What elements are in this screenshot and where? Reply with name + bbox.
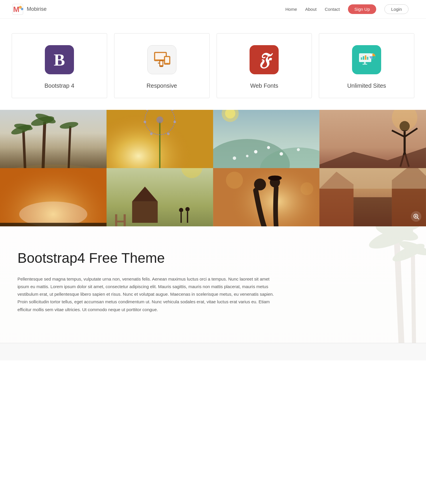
svg-line-94 — [417, 218, 419, 219]
photo-bg-8 — [319, 168, 426, 226]
svg-point-42 — [167, 133, 169, 135]
svg-rect-10 — [165, 57, 169, 63]
svg-line-26 — [23, 131, 25, 168]
svg-point-51 — [280, 152, 283, 156]
photo-cell-4 — [319, 110, 426, 168]
svg-rect-20 — [367, 57, 368, 60]
photo-cell-7 — [213, 168, 320, 226]
bootstrap-icon: B — [54, 50, 65, 70]
features-section: B Bootstrap 4 — [0, 19, 426, 110]
background-palm-svg — [339, 226, 426, 343]
photo-grid — [0, 110, 426, 226]
svg-point-52 — [246, 155, 248, 157]
photo-cell-5 — [0, 168, 107, 226]
responsive-devices-icon — [151, 51, 172, 68]
fonts-icon-wrap: 𝔉 — [250, 45, 279, 74]
svg-point-41 — [173, 121, 176, 123]
svg-point-38 — [156, 116, 163, 123]
text-section: Bootstrap4 Free Theme Pellentesque sed m… — [0, 226, 426, 343]
svg-rect-75 — [115, 221, 126, 222]
signup-button[interactable]: Sign Up — [348, 4, 376, 14]
svg-point-43 — [150, 133, 153, 135]
svg-rect-18 — [363, 56, 364, 60]
feature-card-bootstrap: B Bootstrap 4 — [12, 33, 107, 98]
feature-title-bootstrap: Bootstrap 4 — [45, 82, 74, 89]
svg-point-11 — [167, 64, 167, 64]
svg-point-103 — [398, 238, 426, 258]
svg-point-100 — [379, 226, 421, 234]
zoom-icon[interactable] — [411, 211, 421, 222]
svg-rect-21 — [364, 62, 366, 64]
nav-links: Home About Contact Sign Up Login — [285, 4, 409, 14]
zoom-in-icon — [413, 213, 419, 220]
photo-bg-3 — [213, 110, 320, 168]
logo-link[interactable]: M Mobirise — [12, 3, 47, 15]
login-button[interactable]: Login — [384, 4, 409, 14]
text-section-heading: Bootstrap4 Free Theme — [17, 250, 285, 267]
svg-rect-13 — [160, 61, 162, 65]
photo-cell-6 — [107, 168, 213, 226]
photo-cell-1 — [0, 110, 107, 168]
svg-point-86 — [226, 172, 243, 189]
svg-rect-73 — [115, 214, 117, 226]
responsive-icon-wrap — [147, 45, 176, 74]
logo-text: Mobirise — [27, 6, 47, 12]
svg-rect-22 — [363, 64, 367, 65]
svg-point-68 — [19, 202, 87, 226]
svg-point-98 — [367, 226, 415, 253]
feature-card-responsive: Responsive — [114, 33, 210, 98]
fonts-letter-icon: 𝔉 — [258, 50, 270, 70]
photo-cell-2 — [107, 110, 213, 168]
svg-point-85 — [268, 175, 282, 181]
photo-cell-8 — [319, 168, 426, 226]
svg-text:M: M — [13, 5, 20, 14]
svg-rect-74 — [123, 214, 125, 226]
svg-point-4 — [21, 8, 23, 10]
navbar: M Mobirise Home About Contact Sign Up Lo… — [0, 0, 426, 19]
unlimited-icon-wrap — [352, 45, 381, 74]
svg-point-102 — [390, 240, 426, 265]
svg-line-101 — [413, 255, 414, 343]
text-section-body: Pellentesque sed magna tempus, vulputate… — [17, 275, 280, 313]
svg-point-76 — [179, 208, 183, 212]
svg-point-44 — [144, 121, 146, 123]
photo-bg-7 — [213, 168, 320, 226]
unlimited-sites-icon — [357, 50, 376, 69]
nav-about[interactable]: About — [305, 7, 317, 12]
svg-point-54 — [297, 148, 300, 151]
svg-rect-91 — [353, 197, 392, 226]
svg-point-14 — [161, 66, 162, 67]
svg-point-77 — [185, 207, 190, 212]
svg-point-53 — [233, 156, 236, 160]
feature-title-unlimited: Unlimited Sites — [347, 82, 386, 89]
nav-home[interactable]: Home — [285, 7, 297, 12]
photo-bg-1 — [0, 110, 107, 168]
svg-rect-17 — [361, 57, 362, 60]
photo-bg-4 — [319, 110, 426, 168]
svg-point-49 — [254, 150, 257, 154]
bootstrap-icon-wrap: B — [45, 45, 74, 74]
feature-title-responsive: Responsive — [146, 82, 177, 89]
svg-rect-92 — [319, 168, 426, 189]
bottom-bar — [0, 343, 426, 360]
feature-card-unlimited: Unlimited Sites — [319, 33, 414, 98]
photo-bg-2 — [107, 110, 213, 168]
svg-line-97 — [397, 241, 403, 343]
svg-point-99 — [374, 226, 420, 244]
svg-rect-69 — [0, 223, 107, 226]
svg-rect-71 — [132, 202, 158, 223]
feature-title-webfonts: Web Fonts — [250, 82, 278, 89]
svg-point-50 — [267, 146, 270, 149]
svg-rect-19 — [365, 55, 366, 60]
features-grid: B Bootstrap 4 — [12, 33, 414, 98]
photo-bg-5 — [0, 168, 107, 226]
nav-contact[interactable]: Contact — [325, 7, 340, 12]
svg-point-25 — [0, 165, 107, 168]
svg-point-87 — [300, 182, 313, 195]
text-section-inner: Bootstrap4 Free Theme Pellentesque sed m… — [17, 250, 285, 313]
photo-bg-6 — [107, 168, 213, 226]
svg-rect-70 — [107, 168, 213, 226]
photo-cell-3 — [213, 110, 320, 168]
logo-icon: M — [12, 3, 24, 15]
feature-card-webfonts: 𝔉 Web Fonts — [217, 33, 312, 98]
